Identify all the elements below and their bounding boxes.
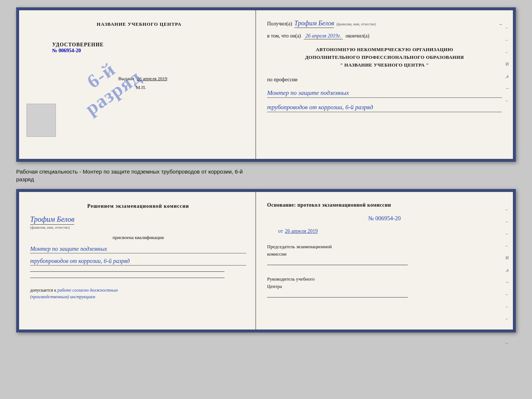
issued-row: Выдано 26 апреля 2019 xyxy=(111,76,167,82)
basis-title: Основание: протокол экзаменационной коми… xyxy=(267,201,502,209)
training-center-title: НАЗВАНИЕ УЧЕБНОГО ЦЕНТРА xyxy=(97,21,181,27)
specialty-line2: разряд xyxy=(16,175,516,183)
head-label1: Руководитель учебного xyxy=(267,275,502,283)
blank-line1 xyxy=(30,271,224,272)
assigned-label: присвоена квалификация xyxy=(30,235,246,241)
issued-label: Выдано xyxy=(118,76,134,81)
issued-date: 26 апреля 2019 xyxy=(137,76,167,81)
doc-top-right: Получил(а) Трофим Белов (фамилия, имя, о… xyxy=(256,10,513,159)
stamp-text: 6-й разряд xyxy=(69,49,145,119)
specialty-text: Рабочая специальность - Монтер по защите… xyxy=(16,168,516,183)
bottom-person-name: Трофим Белов xyxy=(30,215,74,225)
document-top: НАЗВАНИЕ УЧЕБНОГО ЦЕНТРА УДОСТОВЕРЕНИЕ №… xyxy=(16,7,516,162)
decision-title: Решением экзаменационной комиссии xyxy=(30,202,246,210)
received-row: Получил(а) Трофим Белов (фамилия, имя, о… xyxy=(267,19,502,28)
right-margin-dashes-bottom: – – – – И ,а ← – – – – – xyxy=(506,207,510,346)
allowed-prefix: допускается к xyxy=(30,288,56,293)
qualification-text2: трубопроводов от коррозии, 6-й разряд xyxy=(30,258,246,266)
head-label: Руководитель учебного Центра xyxy=(267,275,502,290)
received-label: Получил(а) xyxy=(267,21,292,27)
qualification-text1: Монтер по защите подземных xyxy=(30,246,246,253)
stamp-line2: разряд xyxy=(82,66,145,119)
org-line1: АВТОНОМНУЮ НЕКОММЕРЧЕСКУЮ ОРГАНИЗАЦИЮ xyxy=(267,46,502,54)
right-margin-dashes: – – – И ,а ← – xyxy=(506,25,510,103)
protocol-number: № 006954-20 xyxy=(267,215,502,222)
doc-bottom-right: Основание: протокол экзаменационной коми… xyxy=(256,192,513,329)
photo-placeholder xyxy=(26,104,56,137)
profession-text1: Монтер по защите подземных xyxy=(267,89,502,98)
certificate-label: УДОСТОВЕРЕНИЕ xyxy=(52,42,104,48)
allowed-italic1: работе согласно должностным xyxy=(57,288,118,293)
committee-label: Председатель экзаменационной комиссии xyxy=(267,243,502,257)
head-signature-line xyxy=(267,297,408,298)
bottom-name-hint: (фамилия, имя, отчество) xyxy=(30,225,70,229)
doc-bottom-left: Решением экзаменационной комиссии Трофим… xyxy=(19,192,256,329)
protocol-date-prefix: от xyxy=(278,228,283,234)
document-bottom: Решением экзаменационной комиссии Трофим… xyxy=(16,189,516,332)
org-line2: ДОПОЛНИТЕЛЬНОГО ПРОФЕССИОНАЛЬНОГО ОБРАЗО… xyxy=(267,54,502,61)
profession-text2: трубопроводов от коррозии, 6-й разряд xyxy=(267,104,502,112)
blank-line2 xyxy=(30,278,224,278)
certificate-number: № 006954-20 xyxy=(52,48,81,54)
org-block: АВТОНОМНУЮ НЕКОММЕРЧЕСКУЮ ОРГАНИЗАЦИЮ ДО… xyxy=(267,46,502,69)
protocol-date: от 26 апреля 2019 xyxy=(267,228,502,234)
doc-top-left: НАЗВАНИЕ УЧЕБНОГО ЦЕНТРА УДОСТОВЕРЕНИЕ №… xyxy=(19,10,256,159)
completed-label: окончил(а) xyxy=(346,33,370,39)
in-that-label: в том, что он(а) xyxy=(267,33,301,39)
head-label2: Центра xyxy=(267,283,502,290)
org-line3: " НАЗВАНИЕ УЧЕБНОГО ЦЕНТРА " xyxy=(267,61,502,69)
received-name-hint: (фамилия, имя, отчество) xyxy=(336,22,376,26)
dash-right: – xyxy=(499,21,502,27)
completed-date: 26 апреля 2019г. xyxy=(304,33,342,39)
allowed-row: допускается к работе согласно должностны… xyxy=(30,287,246,300)
received-name: Трофим Белов xyxy=(294,19,334,28)
protocol-date-value: 26 апреля 2019 xyxy=(285,228,318,234)
certificate-box: УДОСТОВЕРЕНИЕ № 006954-20 xyxy=(30,42,248,54)
committee-signature-line xyxy=(267,265,408,265)
mp-row: М.П. xyxy=(132,85,146,90)
committee-label2: комиссии xyxy=(267,250,502,258)
profession-label: по профессии xyxy=(267,77,502,83)
stamp-line1: 6-й xyxy=(83,58,119,92)
committee-label1: Председатель экзаменационной xyxy=(267,243,502,250)
specialty-line1: Рабочая специальность - Монтер по защите… xyxy=(16,168,516,175)
allowed-italic2: (производственным) инструкциям xyxy=(30,294,95,299)
date-completed-row: в том, что он(а) 26 апреля 2019г. окончи… xyxy=(267,33,502,39)
